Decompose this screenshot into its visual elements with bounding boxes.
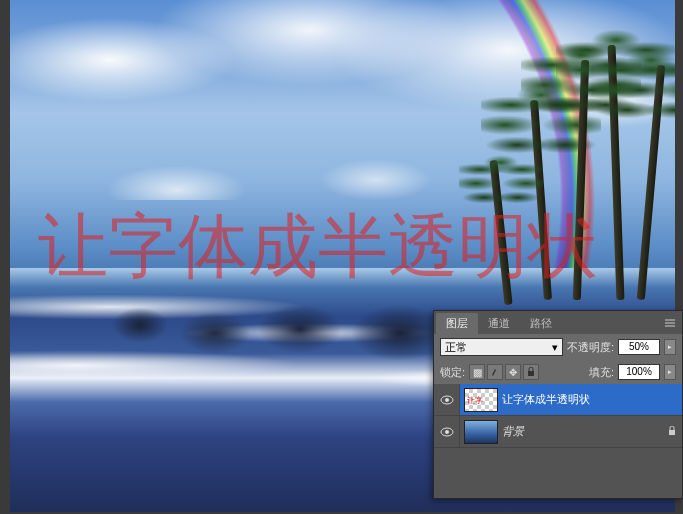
lock-icons-group: ▩ ✥: [469, 364, 539, 380]
layer-list-empty: [434, 448, 682, 498]
layer-row-background[interactable]: 背景: [434, 416, 682, 448]
panel-tabs: 图层 通道 路径: [434, 311, 682, 334]
visibility-toggle[interactable]: [434, 416, 460, 447]
fill-arrow-icon[interactable]: ▸: [664, 364, 676, 380]
lock-pixels-icon[interactable]: [487, 364, 503, 380]
lock-all-icon[interactable]: [523, 364, 539, 380]
svg-point-7: [445, 430, 449, 434]
layer-thumbnail[interactable]: [464, 388, 498, 412]
visibility-toggle[interactable]: [434, 384, 460, 415]
svg-point-5: [445, 398, 449, 402]
blend-mode-value: 正常: [445, 340, 467, 355]
lock-fill-row: 锁定: ▩ ✥ 填充: 100% ▸: [434, 360, 682, 384]
layer-thumbnail[interactable]: [464, 420, 498, 444]
opacity-arrow-icon[interactable]: ▸: [664, 339, 676, 355]
blend-mode-select[interactable]: 正常 ▾: [440, 338, 563, 356]
tab-paths[interactable]: 路径: [520, 313, 562, 334]
blend-opacity-row: 正常 ▾ 不透明度: 50% ▸: [434, 334, 682, 360]
eye-icon: [440, 395, 454, 405]
layer-name[interactable]: 背景: [502, 424, 662, 439]
lock-icon: [662, 426, 682, 438]
lock-position-icon[interactable]: ✥: [505, 364, 521, 380]
lock-label: 锁定:: [440, 365, 465, 380]
layer-row-text[interactable]: 让字体成半透明状: [434, 384, 682, 416]
eye-icon: [440, 427, 454, 437]
svg-rect-8: [669, 430, 675, 435]
tab-layers[interactable]: 图层: [436, 313, 478, 334]
layers-panel: 图层 通道 路径 正常 ▾ 不透明度: 50% ▸ 锁定: ▩ ✥ 填充: 10…: [433, 310, 683, 499]
lock-transparency-icon[interactable]: ▩: [469, 364, 485, 380]
svg-rect-3: [528, 371, 534, 376]
layer-list: 让字体成半透明状 背景: [434, 384, 682, 498]
canvas-text-overlay[interactable]: 让字体成半透明状: [38, 200, 598, 294]
opacity-label: 不透明度:: [567, 340, 614, 355]
chevron-down-icon: ▾: [552, 341, 558, 354]
panel-menu-icon[interactable]: [660, 316, 680, 332]
opacity-input[interactable]: 50%: [618, 339, 660, 355]
layer-name[interactable]: 让字体成半透明状: [502, 392, 682, 407]
fill-label: 填充:: [589, 365, 614, 380]
fill-input[interactable]: 100%: [618, 364, 660, 380]
tab-channels[interactable]: 通道: [478, 313, 520, 334]
